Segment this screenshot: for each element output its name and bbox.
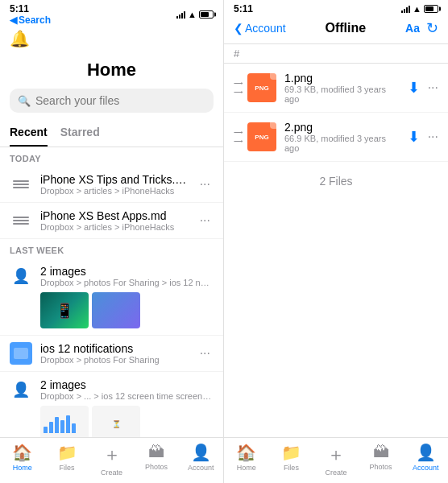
nav-label-create-right: Create <box>325 469 346 477</box>
offline-title: Offline <box>286 21 406 35</box>
image-thumbnails: 📱 <box>40 292 214 328</box>
tab-row: Recent Starred <box>0 121 223 147</box>
signal-bars-left <box>176 10 185 19</box>
nav-label-account: Account <box>188 464 214 472</box>
file-info: iPhone XS Best Apps.md Dropbox > article… <box>40 209 189 232</box>
nav-item-photos[interactable]: 🏔 Photos <box>134 443 178 477</box>
more-button[interactable]: ··· <box>428 130 438 144</box>
back-account-label: Account <box>245 22 286 35</box>
page-title: Home <box>0 60 223 80</box>
refresh-button[interactable]: ↻ <box>426 19 438 37</box>
file-path: Dropbox > articles > iPhoneHacks <box>40 222 189 232</box>
nav-label-home-right: Home <box>237 464 256 472</box>
image-group-header: 👤 2 images Dropbox > photos For Sharing … <box>10 265 214 287</box>
nav-item-home-right[interactable]: 🏠 Home <box>224 443 269 477</box>
home-icon: 🏠 <box>12 443 32 462</box>
nav-label-files: Files <box>60 464 75 472</box>
battery-icon-right <box>424 5 438 13</box>
file-path: Dropbox > ... > ios 12 screen time scree… <box>40 391 214 401</box>
files-icon-right: 📁 <box>281 443 301 462</box>
file-info: 2 images Dropbox > ... > ios 12 screen t… <box>40 378 214 401</box>
create-icon-right: ＋ <box>327 443 345 467</box>
battery-icon-left <box>199 10 214 19</box>
aa-button[interactable]: Aa <box>405 22 420 35</box>
back-nav[interactable]: ◀ Search <box>10 14 51 26</box>
status-bar-left: 5:11 ◀ Search ▲ <box>0 0 223 27</box>
doc-icon <box>10 173 32 196</box>
nav-label-photos-right: Photos <box>370 463 392 471</box>
more-button[interactable]: ··· <box>197 210 214 231</box>
more-button[interactable]: ··· <box>197 343 214 364</box>
nav-item-photos-right[interactable]: 🏔 Photos <box>359 443 404 477</box>
file-path: Dropbox > articles > iPhoneHacks <box>40 186 189 196</box>
more-button[interactable]: ··· <box>197 174 214 195</box>
offline-file-item[interactable]: ⟶ ⟶ PNG 2.png 66.9 KB, modified 3 years … <box>224 113 448 162</box>
more-button[interactable]: ··· <box>428 80 438 95</box>
list-item[interactable]: 👤 2 images Dropbox > ... > ios 12 screen… <box>0 372 223 437</box>
list-item[interactable]: iPhone XS Best Apps.md Dropbox > article… <box>0 203 223 239</box>
bell-icon[interactable]: 🔔 <box>10 29 30 48</box>
file-name: 2 images <box>40 265 214 278</box>
account-icon-right: 👤 <box>416 443 436 462</box>
signal-bars-right <box>401 5 410 13</box>
status-bar-right: 5:11 ▲ <box>224 0 448 16</box>
file-list: TODAY iPhone XS Tips and Tricks.md Dropb… <box>0 147 223 437</box>
offline-file-info: 1.png 69.3 KB, modified 3 years ago <box>284 72 400 104</box>
nav-item-files-right[interactable]: 📁 Files <box>269 443 314 477</box>
chevron-left-icon: ❮ <box>234 22 243 35</box>
section-header-lastweek: LAST WEEK <box>0 239 223 258</box>
doc-icon <box>10 209 32 232</box>
right-nav-actions: Aa ↻ <box>405 19 438 37</box>
tab-recent[interactable]: Recent <box>10 121 48 147</box>
home-icon-right: 🏠 <box>236 443 256 462</box>
file-info: 2 images Dropbox > photos For Sharing > … <box>40 265 214 287</box>
nav-item-files[interactable]: 📁 Files <box>44 443 89 477</box>
back-label: Search <box>19 14 51 26</box>
left-panel: 5:11 ◀ Search ▲ 🔔 Home 🔍 <box>0 0 224 483</box>
nav-item-account[interactable]: 👤 Account <box>179 443 223 477</box>
file-name: iPhone XS Tips and Tricks.md <box>40 173 189 186</box>
thumbnail-timelimit: ⏳ <box>92 406 140 437</box>
search-icon: 🔍 <box>18 95 31 107</box>
list-item[interactable]: 👤 2 images Dropbox > photos For Sharing … <box>0 258 223 336</box>
offline-file-name: 2.png <box>284 121 400 134</box>
create-icon: ＋ <box>103 443 121 467</box>
download-icon: ⬇ <box>408 79 420 97</box>
nav-item-create-right[interactable]: ＋ Create <box>313 443 359 477</box>
tab-starred[interactable]: Starred <box>60 121 100 147</box>
nav-label-photos: Photos <box>145 463 168 471</box>
right-panel: 5:11 ▲ ❮ Account Offline Aa ↻ # <box>224 0 448 483</box>
status-icons-right: ▲ <box>401 4 438 14</box>
folder-icon <box>10 342 32 365</box>
nav-item-home[interactable]: 🏠 Home <box>0 443 44 477</box>
search-bar[interactable]: 🔍 <box>10 89 214 113</box>
list-item[interactable]: ios 12 notifications Dropbox > photos Fo… <box>0 336 223 372</box>
thumbnail-whatsapp: 📱 <box>40 292 89 328</box>
offline-file-meta: 69.3 KB, modified 3 years ago <box>284 85 400 104</box>
bottom-nav-right: 🏠 Home 📁 Files ＋ Create 🏔 Photos 👤 Accou… <box>224 437 448 483</box>
left-title-area: Home <box>0 53 223 89</box>
nav-label-create: Create <box>101 469 122 477</box>
thumbnail-photo <box>92 292 140 328</box>
image-thumbnails: ⏳ <box>40 406 214 437</box>
file-path: Dropbox > photos For Sharing <box>40 355 189 365</box>
download-icon: ⬇ <box>408 128 420 146</box>
search-input[interactable] <box>35 94 205 107</box>
offline-file-info: 2.png 66.9 KB, modified 3 years ago <box>284 121 400 153</box>
file-name: 2 images <box>40 378 214 391</box>
nav-label-account-right: Account <box>413 464 439 472</box>
offline-file-item[interactable]: ⟶ ⟶ PNG 1.png 69.3 KB, modified 3 years … <box>224 64 448 113</box>
time-left: 5:11 <box>10 3 51 14</box>
offline-file-meta: 66.9 KB, modified 3 years ago <box>284 134 400 153</box>
back-account-button[interactable]: ❮ Account <box>234 22 286 35</box>
list-item[interactable]: iPhone XS Tips and Tricks.md Dropbox > a… <box>0 167 223 203</box>
left-header: 🔔 <box>0 27 223 53</box>
time-right: 5:11 <box>234 3 253 14</box>
png-file-icon: PNG <box>247 122 276 151</box>
file-name: ios 12 notifications <box>40 342 189 355</box>
nav-item-create[interactable]: ＋ Create <box>89 443 134 477</box>
nav-item-account-right[interactable]: 👤 Account <box>403 443 448 477</box>
section-header-today: TODAY <box>0 147 223 167</box>
png-file-icon: PNG <box>247 73 276 102</box>
right-nav: ❮ Account Offline Aa ↻ <box>224 16 448 44</box>
